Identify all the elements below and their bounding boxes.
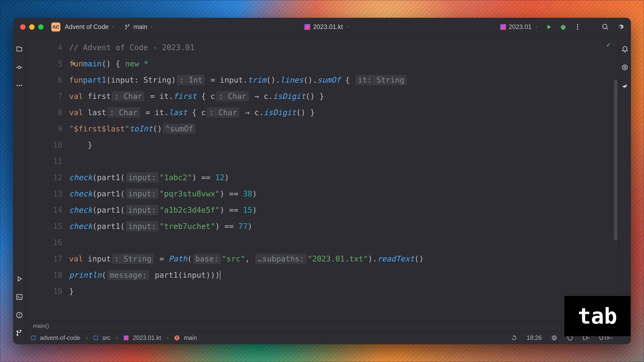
project-badge: AC <box>51 22 60 31</box>
editor-gutter: 4 5 6 7 8 9 10 11 12 13 14 15 16 17 18 <box>26 36 69 321</box>
svg-point-12 <box>19 316 20 317</box>
ide-window: AC Advent of Code main 2023.01.kt 2023.0… <box>13 18 631 344</box>
line-number: 15 <box>53 222 62 231</box>
line-number: 12 <box>53 173 62 182</box>
titlebar: AC Advent of Code main 2023.01.kt 2023.0… <box>13 18 631 36</box>
chevron-down-icon <box>111 25 115 29</box>
more-actions-button[interactable] <box>574 23 581 31</box>
line-number: 11 <box>53 157 62 166</box>
breadcrumb-item[interactable]: advent-of-code <box>40 334 80 341</box>
minimize-window-button[interactable] <box>29 24 34 30</box>
file-name-label: 2023.01.kt <box>313 23 343 30</box>
git-branch-icon <box>124 24 131 30</box>
gradle-icon[interactable] <box>621 82 628 89</box>
project-selector[interactable]: Advent of Code <box>65 23 115 30</box>
chevron-down-icon <box>534 25 538 29</box>
commit-tool-icon[interactable] <box>16 64 23 71</box>
ai-assistant-icon[interactable] <box>621 64 628 71</box>
breadcrumb-item[interactable]: src <box>102 334 110 341</box>
settings-button[interactable] <box>616 23 624 31</box>
close-window-button[interactable] <box>20 24 26 30</box>
line-number: 9 <box>58 124 62 133</box>
chevron-down-icon <box>346 25 350 29</box>
status-bar: advent-of-code› src› 2023.01.kt› f main … <box>26 331 618 344</box>
svg-point-3 <box>18 66 20 69</box>
code-editor[interactable]: 4 5 6 7 8 9 10 11 12 13 14 15 16 17 18 <box>26 36 618 321</box>
code-content[interactable]: // Advent of Code - 2023.01 fun main() {… <box>69 36 618 321</box>
breadcrumb-item[interactable]: 2023.01.kt <box>133 334 161 341</box>
line-number: 10 <box>53 140 62 149</box>
module-icon <box>31 336 36 340</box>
folder-icon <box>94 336 98 340</box>
run-config-selector[interactable]: 2023.01 <box>500 23 538 30</box>
svg-point-14 <box>553 337 556 339</box>
code-comment: // Advent of Code - 2023.01 <box>69 43 194 52</box>
kotlin-file-icon <box>124 336 128 340</box>
more-tools-icon[interactable] <box>16 82 23 89</box>
run-tool-icon[interactable] <box>16 275 23 283</box>
line-number: 19 <box>53 287 62 296</box>
svg-point-13 <box>552 336 556 340</box>
svg-point-8 <box>21 85 22 86</box>
svg-point-7 <box>18 85 20 86</box>
debug-button[interactable] <box>560 23 567 31</box>
spiral-icon[interactable] <box>551 335 558 341</box>
svg-point-2 <box>577 28 578 30</box>
terminal-tool-icon[interactable] <box>16 293 23 301</box>
window-controls <box>20 24 44 30</box>
line-number: 13 <box>53 189 62 198</box>
notifications-icon[interactable] <box>621 45 628 53</box>
svg-point-0 <box>577 24 578 25</box>
left-tool-rail <box>13 36 26 344</box>
vcs-tool-icon[interactable] <box>16 330 23 337</box>
editor-scrollbar[interactable] <box>614 80 618 241</box>
svg-point-16 <box>624 66 626 68</box>
sync-icon[interactable] <box>511 335 517 341</box>
svg-point-1 <box>577 26 578 27</box>
keystroke-overlay: tab <box>564 296 630 336</box>
breadcrumb-item[interactable]: main <box>184 334 197 341</box>
line-number: 6 <box>58 75 62 84</box>
inspection-ok-icon[interactable]: ✓ <box>606 40 611 49</box>
kotlin-file-icon <box>500 24 506 30</box>
run-button[interactable] <box>545 23 552 31</box>
line-number: 18 <box>53 271 62 280</box>
kotlin-file-icon <box>304 24 310 30</box>
project-name-label: Advent of Code <box>65 23 109 30</box>
line-number: 16 <box>53 238 62 247</box>
line-number: 8 <box>58 108 62 117</box>
line-number: 14 <box>53 205 62 215</box>
context-crumb: main() <box>26 321 618 331</box>
caret-position[interactable]: 18:26 <box>526 334 542 341</box>
svg-point-15 <box>622 65 627 70</box>
search-button[interactable] <box>602 23 609 31</box>
line-number: 5 <box>58 59 62 68</box>
line-number: 7 <box>58 92 62 101</box>
run-config-label: 2023.01 <box>509 23 532 30</box>
branch-selector[interactable]: main <box>124 23 154 30</box>
line-number: 17 <box>53 254 62 263</box>
line-number: 4 <box>58 43 62 52</box>
function-icon: f <box>174 335 180 340</box>
text-cursor <box>220 270 220 280</box>
problems-tool-icon[interactable] <box>16 311 23 319</box>
chevron-down-icon <box>150 25 154 29</box>
context-label: main() <box>33 323 49 329</box>
open-file-tab[interactable]: 2023.01.kt <box>304 23 350 30</box>
svg-rect-9 <box>16 295 22 299</box>
project-tool-icon[interactable] <box>16 45 23 53</box>
branch-name-label: main <box>134 23 147 30</box>
maximize-window-button[interactable] <box>38 24 44 30</box>
svg-point-6 <box>16 85 18 86</box>
